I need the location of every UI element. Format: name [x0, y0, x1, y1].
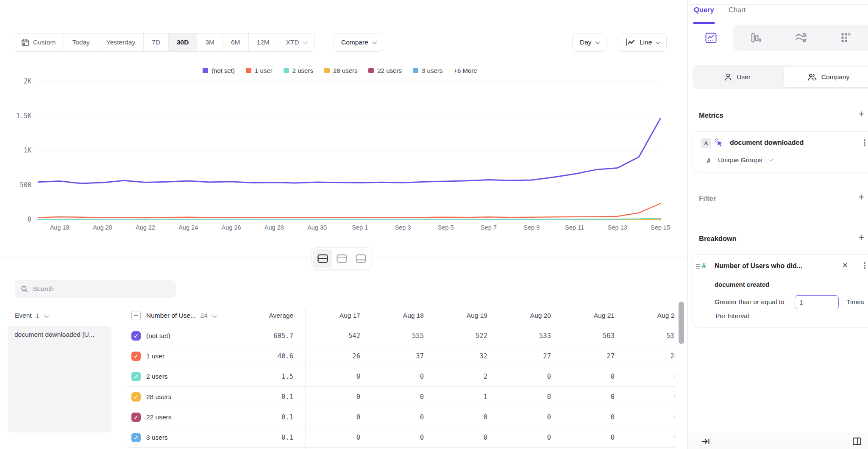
x-tick-label: Aug 20	[93, 224, 112, 231]
top-panel-button[interactable]	[332, 249, 351, 268]
cell-value: 0	[424, 407, 487, 427]
times-input[interactable]	[795, 295, 839, 309]
breakdown-card[interactable]: # Number of Users who did... ✕ document …	[693, 254, 868, 327]
bottom-panel-icon	[356, 254, 366, 263]
toggle-sidebar-icon[interactable]	[852, 437, 862, 446]
scope-company[interactable]: Company	[784, 67, 868, 87]
event-cursor-icon	[714, 138, 724, 148]
event-column-header[interactable]: Event 1	[15, 309, 47, 323]
cell-value: 0	[615, 387, 675, 407]
group-label: 2 users	[146, 366, 168, 387]
split-view-icon	[317, 254, 328, 263]
chevron-down-icon	[44, 313, 49, 318]
cell-value: 0	[487, 387, 551, 407]
measure-selector[interactable]: Unique Groups	[718, 156, 762, 164]
row-checkbox[interactable]: ✓	[131, 352, 141, 361]
date-column-header: Aug 21	[551, 309, 615, 323]
group-label: (not set)	[146, 326, 170, 346]
row-checkbox[interactable]: ✓	[131, 413, 141, 422]
active-tab-indicator	[693, 22, 715, 24]
tab-bar-chart[interactable]	[733, 25, 778, 51]
metric-badge: A	[701, 138, 711, 148]
cell-value: 26	[297, 346, 360, 366]
breakdown-kebab-icon[interactable]	[861, 261, 868, 270]
cell-value: 0	[551, 407, 615, 427]
row-checkbox[interactable]: ✓	[131, 433, 141, 442]
tab-flow-chart[interactable]	[779, 25, 823, 51]
cell-value: 27	[487, 346, 551, 366]
date-column-header: Aug 17	[297, 309, 360, 323]
breakdown-condition[interactable]: Greater than or equal to	[715, 298, 785, 306]
metric-card[interactable]: A document downloaded # Unique Groups	[693, 131, 868, 172]
drag-handle-icon[interactable]	[696, 264, 700, 269]
cell-value: 0	[487, 366, 551, 387]
results-table: Event 1 Number of Use... 24 Average Aug …	[0, 309, 692, 449]
date-column-header: Aug 20	[487, 309, 551, 323]
add-breakdown-button[interactable]: +	[856, 232, 867, 243]
row-checkbox[interactable]: ✓	[131, 372, 141, 381]
cell-value: 1	[424, 387, 487, 407]
analytics-app: { "toolbar": { "date_ranges": ["Custom",…	[0, 0, 868, 449]
x-tick-label: Aug 30	[307, 224, 327, 231]
tab-query[interactable]: Query	[694, 6, 714, 14]
tab-line-chart[interactable]	[688, 25, 733, 51]
metric-kebab-icon[interactable]	[861, 138, 868, 147]
table-scrollbar[interactable]	[679, 302, 684, 344]
cell-value: 0	[297, 387, 360, 407]
series-line[interactable]	[38, 204, 660, 218]
breakdown-event: document created	[715, 281, 769, 288]
header-divider	[8, 323, 675, 323]
main-panel: Custom Today Yesterday 7D 30D 3M 6M 12M …	[0, 0, 687, 449]
scope-toggle: User Company	[693, 65, 868, 89]
line-chart-canvas[interactable]: 05001K1.5K2KAug 18Aug 20Aug 22Aug 24Aug …	[0, 0, 692, 237]
scope-user[interactable]: User	[693, 65, 782, 89]
group-column-header[interactable]: Number of Use... 24	[146, 309, 216, 323]
cell-value: 0	[424, 427, 487, 448]
line-chart-icon	[705, 32, 717, 44]
add-filter-button[interactable]: +	[856, 191, 867, 202]
event-row[interactable]: document downloaded [U...	[8, 326, 111, 432]
x-tick-label: Sep 1	[352, 224, 368, 231]
average-value: 40.6	[229, 346, 293, 366]
row-checkbox[interactable]: ✓	[131, 392, 141, 402]
per-interval-label[interactable]: Per Interval	[715, 312, 749, 320]
search-box	[15, 280, 176, 298]
series-line[interactable]	[38, 218, 660, 219]
x-tick-label: Aug 18	[50, 224, 70, 231]
cell-value: 0	[487, 427, 551, 448]
breakdown-title[interactable]: Number of Users who did...	[715, 262, 802, 270]
split-view-button[interactable]	[313, 249, 332, 268]
row-checkbox[interactable]: ✓	[131, 331, 141, 341]
x-tick-label: Sep 9	[523, 224, 540, 231]
filter-section-label: Filter	[699, 194, 716, 202]
metric-event-name[interactable]: document downloaded	[730, 139, 804, 147]
add-metric-button[interactable]: +	[856, 108, 867, 119]
collapse-panel-icon[interactable]	[701, 437, 710, 446]
user-icon	[724, 73, 732, 81]
cell-value: 0	[297, 366, 360, 387]
tab-grid-chart[interactable]	[823, 25, 868, 51]
bottom-panel-button[interactable]	[351, 249, 370, 268]
x-tick-label: Aug 26	[222, 224, 241, 231]
group-label: 3 users	[146, 427, 168, 448]
x-tick-label: Sep 15	[651, 224, 670, 231]
chevron-down-icon	[768, 157, 773, 161]
tab-chart[interactable]: Chart	[729, 6, 746, 14]
cell-value: 0	[360, 366, 424, 387]
average-value: 605.7	[229, 326, 293, 346]
x-tick-label: Sep 7	[481, 224, 497, 231]
close-icon[interactable]: ✕	[842, 261, 848, 270]
cell-value: 0	[487, 407, 551, 427]
group-label: 28 users	[146, 387, 171, 407]
average-value: 0.1	[229, 407, 293, 427]
y-tick-label: 0	[28, 216, 31, 223]
cell-value: 0	[360, 387, 424, 407]
x-tick-label: Sep 13	[608, 224, 627, 231]
select-all-checkbox[interactable]	[131, 311, 141, 320]
sidebar-top-border	[688, 4, 868, 5]
average-value: 0.1	[229, 427, 293, 448]
cell-value: 24	[615, 346, 675, 366]
y-tick-label: 500	[20, 181, 31, 189]
series-line[interactable]	[38, 119, 660, 183]
search-input[interactable]	[33, 285, 170, 293]
